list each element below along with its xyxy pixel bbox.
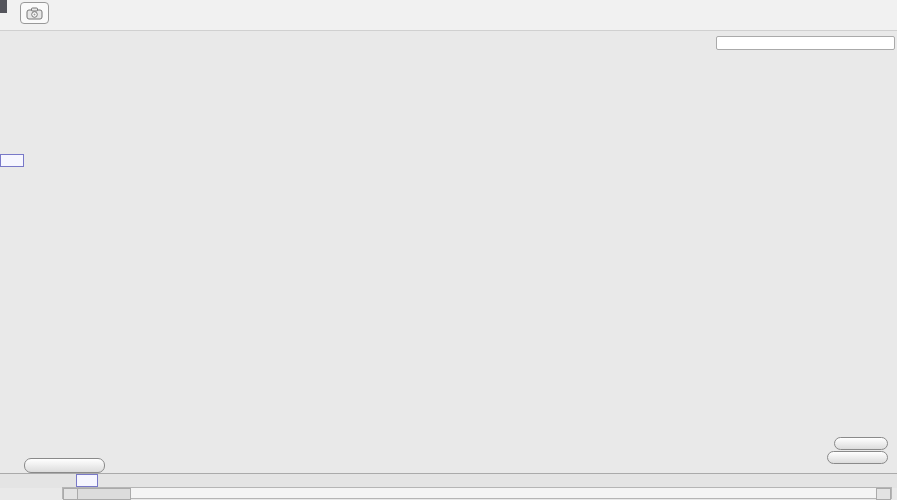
scroll-right-button[interactable] — [876, 488, 891, 500]
generate-button[interactable] — [24, 458, 105, 473]
cursor-freq-readout — [76, 474, 98, 487]
window-settings-readout — [716, 36, 895, 50]
scroll-left-button[interactable] — [63, 488, 78, 500]
horizontal-scrollbar[interactable] — [62, 487, 892, 499]
rew-window: { "toolbar": { "capture_label": "Capture… — [0, 0, 897, 500]
x-axis — [0, 473, 897, 488]
waterfall-plot[interactable] — [0, 0, 897, 500]
cursor-spl-readout — [0, 154, 24, 167]
zoom-out-button[interactable] — [27, 61, 43, 77]
scrollbar-thumb[interactable] — [77, 488, 131, 500]
zoom-in-button[interactable] — [27, 43, 43, 59]
freq-range-10-200-button[interactable] — [834, 437, 888, 450]
